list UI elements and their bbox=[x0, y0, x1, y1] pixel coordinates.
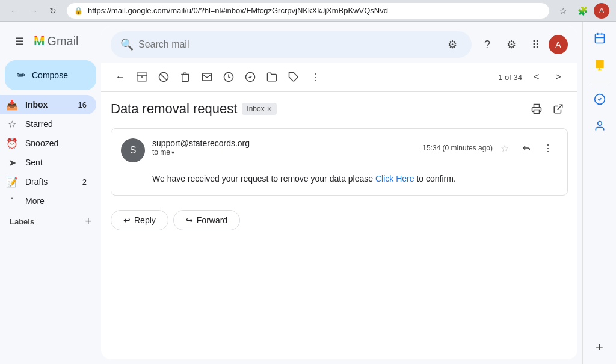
svg-rect-6 bbox=[534, 110, 540, 114]
address-bar[interactable]: 🔒 https://mail.google.com/mail/u/0/?hl=n… bbox=[66, 2, 550, 19]
calendar-button[interactable] bbox=[588, 26, 612, 51]
contacts-button[interactable] bbox=[588, 114, 612, 138]
sidebar-item-more[interactable]: ˅ More bbox=[0, 191, 96, 211]
profile-button[interactable]: A bbox=[593, 2, 610, 19]
labels-section: Labels + bbox=[0, 211, 101, 230]
email-toolbar: ← bbox=[101, 63, 578, 92]
user-avatar[interactable]: A bbox=[549, 35, 568, 54]
sent-icon: ➤ bbox=[6, 157, 18, 168]
forward-button[interactable]: ↪ Forward bbox=[173, 210, 240, 230]
chevron-down-icon: ▾ bbox=[171, 149, 174, 156]
subject-actions bbox=[527, 99, 568, 119]
sidebar-item-sent[interactable]: ➤ Sent bbox=[0, 153, 96, 172]
lock-icon: 🔒 bbox=[74, 7, 83, 15]
email-reply-area: ↩ Reply ↪ Forward bbox=[101, 200, 578, 245]
inbox-badge: 16 bbox=[78, 100, 87, 110]
compose-icon: ✏ bbox=[17, 69, 26, 82]
sender-avatar: S bbox=[121, 138, 145, 162]
more-actions-button[interactable]: ⋮ bbox=[306, 67, 325, 87]
svg-rect-12 bbox=[596, 60, 603, 68]
sidebar-item-inbox[interactable]: 📥 Inbox 16 bbox=[0, 95, 96, 114]
starred-label: Starred bbox=[25, 119, 87, 129]
archive-button[interactable] bbox=[132, 67, 152, 87]
search-bar: 🔍 ⚙ bbox=[111, 31, 472, 58]
svg-line-3 bbox=[161, 74, 167, 81]
reply-label: Reply bbox=[134, 215, 156, 225]
delete-button[interactable] bbox=[176, 67, 195, 87]
search-icon: 🔍 bbox=[120, 38, 134, 51]
report-spam-button[interactable] bbox=[154, 67, 173, 87]
sender-to[interactable]: to me ▾ bbox=[152, 148, 415, 156]
star-button[interactable]: ☆ bbox=[495, 138, 514, 158]
main-content: 🔍 ⚙ ? ⚙ ⠿ A ← bbox=[101, 26, 578, 359]
sidebar: ☰ M Gmail ✏ Compose 📥 Inbox 16 ☆ Starred… bbox=[0, 22, 101, 364]
inbox-label: Inbox bbox=[25, 100, 71, 110]
right-sidebar: + bbox=[582, 22, 616, 364]
labels-title: Labels bbox=[10, 217, 34, 226]
forward-label: Forward bbox=[197, 215, 227, 225]
sidebar-item-starred[interactable]: ☆ Starred bbox=[0, 114, 96, 134]
reply-quick-button[interactable] bbox=[517, 138, 536, 158]
sidebar-item-drafts[interactable]: 📝 Drafts 2 bbox=[0, 172, 96, 191]
more-icon: ˅ bbox=[6, 196, 18, 207]
inbox-badge-label: Inbox × bbox=[242, 103, 277, 115]
bookmark-icon[interactable]: ☆ bbox=[555, 2, 571, 19]
back-to-inbox-button[interactable]: ← bbox=[111, 67, 130, 87]
app-layout: ☰ M Gmail ✏ Compose 📥 Inbox 16 ☆ Starred… bbox=[0, 22, 616, 364]
print-button[interactable] bbox=[527, 99, 546, 119]
top-bar-right: ? ⚙ ⠿ A bbox=[476, 34, 568, 55]
email-timestamp: 15:34 (0 minutes ago) bbox=[422, 144, 493, 152]
mark-done-button[interactable] bbox=[241, 67, 260, 87]
profile-avatar: A bbox=[594, 3, 609, 19]
tasks-button[interactable] bbox=[588, 87, 612, 111]
next-email-button[interactable]: > bbox=[549, 67, 568, 87]
keep-button[interactable] bbox=[588, 53, 612, 77]
drafts-icon: 📝 bbox=[6, 176, 18, 188]
search-tune-button[interactable]: ⚙ bbox=[443, 35, 462, 54]
email-actions: 15:34 (0 minutes ago) ☆ ⋮ bbox=[422, 138, 558, 158]
move-to-button[interactable] bbox=[262, 67, 282, 87]
open-in-new-button[interactable] bbox=[549, 99, 568, 119]
browser-actions: ☆ 🧩 A bbox=[555, 2, 610, 19]
compose-label: Compose bbox=[32, 70, 68, 80]
snoozed-icon: ⏰ bbox=[6, 138, 18, 149]
email-body: We have received your request to remove … bbox=[111, 172, 567, 195]
gmail-logo-text: Gmail bbox=[47, 34, 78, 48]
email-subject-title: Data removal request bbox=[111, 101, 237, 117]
search-input[interactable] bbox=[138, 39, 438, 50]
inbox-badge-remove[interactable]: × bbox=[267, 104, 272, 114]
svg-rect-0 bbox=[137, 73, 147, 75]
gmail-logo: M Gmail bbox=[34, 33, 79, 49]
forward-button[interactable]: → bbox=[25, 2, 42, 19]
more-email-actions-button[interactable]: ⋮ bbox=[538, 138, 558, 158]
svg-rect-8 bbox=[595, 34, 604, 43]
help-button[interactable]: ? bbox=[476, 34, 498, 55]
pagination-text: 1 of 34 bbox=[498, 73, 522, 82]
browser-nav-buttons: ← → ↻ bbox=[6, 2, 61, 19]
prev-email-button[interactable]: < bbox=[527, 67, 546, 87]
labels-add-button[interactable]: + bbox=[85, 215, 91, 228]
extensions-icon[interactable]: 🧩 bbox=[574, 2, 591, 19]
reply-icon: ↩ bbox=[123, 215, 131, 225]
apps-button[interactable]: ⠿ bbox=[525, 34, 546, 55]
email-body-text: We have received your request to remove … bbox=[152, 174, 375, 184]
reply-button[interactable]: ↩ Reply bbox=[111, 210, 168, 230]
more-label: More bbox=[25, 196, 87, 206]
back-button[interactable]: ← bbox=[6, 2, 23, 19]
sent-label: Sent bbox=[25, 158, 87, 167]
mark-unread-button[interactable] bbox=[197, 67, 217, 87]
sender-avatar-letter: S bbox=[130, 145, 137, 156]
click-here-link[interactable]: Click Here bbox=[375, 174, 414, 184]
settings-button[interactable]: ⚙ bbox=[500, 34, 522, 55]
drafts-label: Drafts bbox=[25, 177, 75, 187]
svg-point-16 bbox=[597, 122, 602, 126]
add-app-button[interactable]: + bbox=[588, 335, 612, 359]
hamburger-button[interactable]: ☰ bbox=[10, 31, 29, 51]
compose-button[interactable]: ✏ Compose bbox=[5, 60, 96, 90]
snooze-button[interactable] bbox=[219, 67, 238, 87]
label-button[interactable] bbox=[284, 67, 303, 87]
top-bar: 🔍 ⚙ ? ⚙ ⠿ A bbox=[101, 26, 578, 63]
sidebar-item-snoozed[interactable]: ⏰ Snoozed bbox=[0, 134, 96, 153]
sender-name: support@staterecords.org bbox=[152, 138, 415, 148]
refresh-button[interactable]: ↻ bbox=[45, 2, 61, 19]
